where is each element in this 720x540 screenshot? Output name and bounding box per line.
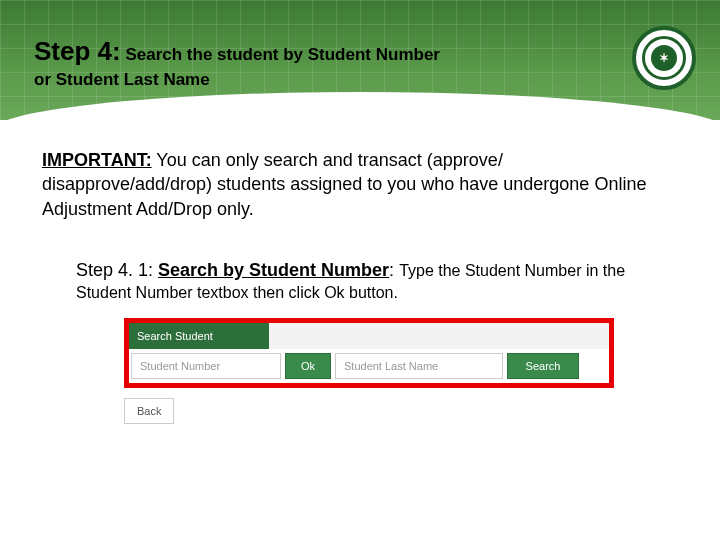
substep-head-underline: Search by Student Number	[158, 260, 389, 280]
substep-4-1: Step 4. 1: Search by Student Number: Typ…	[76, 258, 636, 304]
widget-header-label: Search Student	[129, 323, 269, 349]
important-note: IMPORTANT: You can only search and trans…	[42, 148, 647, 221]
seal-ring: ✶	[642, 36, 686, 80]
substep-head-tail: :	[389, 260, 399, 280]
student-number-input[interactable]: Student Number	[131, 353, 281, 379]
student-lastname-input[interactable]: Student Last Name	[335, 353, 503, 379]
widget-header-spacer	[269, 323, 609, 349]
search-widget: Search Student Student Number Ok Student…	[124, 318, 614, 424]
title-line2: or Student Last Name	[34, 69, 594, 92]
title-line1-rest: Search the student by Student Number	[121, 45, 440, 64]
important-lead: IMPORTANT:	[42, 150, 152, 170]
college-seal: ✶	[632, 26, 696, 90]
back-row: Back	[124, 398, 614, 424]
slide: ✶ Step 4: Search the student by Student …	[0, 0, 720, 540]
ok-button[interactable]: Ok	[285, 353, 331, 379]
seal-star-icon: ✶	[651, 45, 677, 71]
red-highlight: Search Student Student Number Ok Student…	[124, 318, 614, 388]
back-button[interactable]: Back	[124, 398, 174, 424]
search-row: Student Number Ok Student Last Name Sear…	[129, 351, 609, 381]
substep-head-plain: Step 4. 1:	[76, 260, 158, 280]
step-label: Step 4:	[34, 36, 121, 66]
widget-header-bar: Search Student	[129, 323, 609, 349]
page-title: Step 4: Search the student by Student Nu…	[34, 34, 594, 92]
search-button[interactable]: Search	[507, 353, 579, 379]
